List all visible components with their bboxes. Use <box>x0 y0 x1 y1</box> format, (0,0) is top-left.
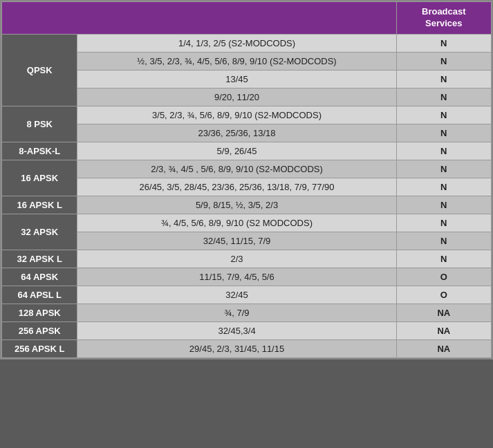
modulation-cell: 16 APSK <box>2 160 77 196</box>
broadcast-cell: N <box>396 106 491 124</box>
config-cell: 3/5, 2/3, ¾, 5/6, 8/9, 9/10 (S2-MODCODS) <box>77 106 396 124</box>
broadcast-cell: N <box>396 88 491 106</box>
table-row: 64 APSL L32/45O <box>2 286 492 304</box>
broadcast-cell: N <box>396 124 491 142</box>
modulation-cell: 32 APSK L <box>2 250 77 268</box>
table-row: 256 APSK32/45,3/4NA <box>2 321 492 339</box>
broadcast-cell: N <box>396 52 491 70</box>
broadcast-cell: N <box>396 178 491 196</box>
table-row: 32 APSK L2/3N <box>2 250 492 268</box>
modulation-cell: 8-APSK-L <box>2 142 77 160</box>
config-cell: 32/45, 11/15, 7/9 <box>77 232 396 250</box>
modulation-cell: 16 APSK L <box>2 196 77 214</box>
system-configs-header <box>2 2 397 35</box>
broadcast-cell: NA <box>396 321 491 339</box>
main-table-wrapper: BroadcastServices QPSK1/4, 1/3, 2/5 (S2-… <box>0 0 493 360</box>
table-row: 16 APSK2/3, ¾, 4/5 , 5/6, 8/9, 9/10 (S2-… <box>2 160 492 178</box>
table-row: 64 APSK11/15, 7/9, 4/5, 5/6O <box>2 268 492 286</box>
modulation-cell: 64 APSL L <box>2 286 77 304</box>
table-row: 128 APSK¾, 7/9NA <box>2 304 492 321</box>
table-row: 256 APSK L29/45, 2/3, 31/45, 11/15NA <box>2 339 492 357</box>
modulation-cell: 8 PSK <box>2 106 77 142</box>
broadcast-services-header: BroadcastServices <box>396 2 491 35</box>
table-row: 8-APSK-L5/9, 26/45N <box>2 142 492 160</box>
modulation-cell: 256 APSK L <box>2 339 77 357</box>
table-row: 8 PSK3/5, 2/3, ¾, 5/6, 8/9, 9/10 (S2-MOD… <box>2 106 492 124</box>
broadcast-cell: N <box>396 232 491 250</box>
table-row: 16 APSK L5/9, 8/15, ½, 3/5, 2/3N <box>2 196 492 214</box>
config-cell: ½, 3/5, 2/3, ¾, 4/5, 5/6, 8/9, 9/10 (S2-… <box>77 52 396 70</box>
config-cell: 26/45, 3/5, 28/45, 23/36, 25/36, 13/18, … <box>77 178 396 196</box>
config-cell: ¾, 4/5, 5/6, 8/9, 9/10 (S2 MODCODS) <box>77 214 396 232</box>
config-cell: 32/45 <box>77 286 396 304</box>
broadcast-cell: N <box>396 142 491 160</box>
broadcast-cell: N <box>396 196 491 214</box>
config-cell: ¾, 7/9 <box>77 304 396 321</box>
modulation-cell: QPSK <box>2 34 77 106</box>
modulation-cell: 64 APSK <box>2 268 77 286</box>
table-row: QPSK1/4, 1/3, 2/5 (S2-MODCODS)N <box>2 34 492 52</box>
broadcast-cell: N <box>396 70 491 88</box>
modulation-cell: 256 APSK <box>2 321 77 339</box>
config-cell: 32/45,3/4 <box>77 321 396 339</box>
configurations-table: BroadcastServices QPSK1/4, 1/3, 2/5 (S2-… <box>1 1 492 358</box>
modulation-cell: 128 APSK <box>2 304 77 321</box>
broadcast-cell: N <box>396 250 491 268</box>
config-cell: 5/9, 8/15, ½, 3/5, 2/3 <box>77 196 396 214</box>
broadcast-cell: NA <box>396 304 491 321</box>
broadcast-cell: N <box>396 160 491 178</box>
config-cell: 9/20, 11/20 <box>77 88 396 106</box>
broadcast-cell: NA <box>396 339 491 357</box>
config-cell: 13/45 <box>77 70 396 88</box>
broadcast-cell: O <box>396 286 491 304</box>
broadcast-cell: O <box>396 268 491 286</box>
config-cell: 11/15, 7/9, 4/5, 5/6 <box>77 268 396 286</box>
config-cell: 2/3 <box>77 250 396 268</box>
config-cell: 1/4, 1/3, 2/5 (S2-MODCODS) <box>77 34 396 52</box>
config-cell: 29/45, 2/3, 31/45, 11/15 <box>77 339 396 357</box>
modulation-cell: 32 APSK <box>2 214 77 250</box>
config-cell: 23/36, 25/36, 13/18 <box>77 124 396 142</box>
table-row: 32 APSK¾, 4/5, 5/6, 8/9, 9/10 (S2 MODCOD… <box>2 214 492 232</box>
config-cell: 2/3, ¾, 4/5 , 5/6, 8/9, 9/10 (S2-MODCODS… <box>77 160 396 178</box>
broadcast-cell: N <box>396 34 491 52</box>
config-cell: 5/9, 26/45 <box>77 142 396 160</box>
broadcast-cell: N <box>396 214 491 232</box>
